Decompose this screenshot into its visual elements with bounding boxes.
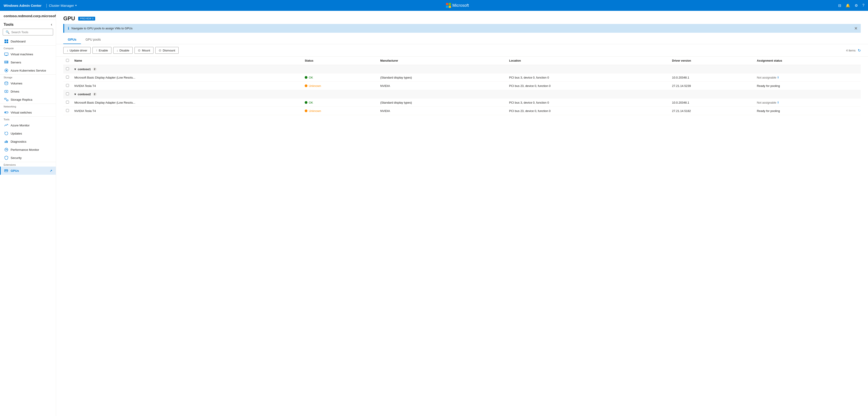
sidebar-item-security[interactable]: Security (0, 154, 56, 162)
assignment-info-icon[interactable]: ℹ (778, 76, 779, 79)
aks-icon (4, 68, 8, 72)
table-row[interactable]: NVIDIA Tesla T4 Unknown NVIDIA PCI bus 2… (63, 82, 861, 90)
sidebar-item-dashboard[interactable]: Dashboard (0, 37, 56, 45)
row-status: OK (302, 73, 377, 82)
select-all-header[interactable] (63, 57, 72, 65)
sidebar-item-updates[interactable]: Updates (0, 129, 56, 137)
updates-icon (4, 131, 8, 135)
sidebar-item-servers[interactable]: Servers (0, 58, 56, 66)
enable-button[interactable]: ↑ Enable (92, 47, 111, 54)
ms-logo-icon (446, 3, 451, 8)
status-text: OK (309, 76, 313, 79)
row-driver-version: 10.0.20348.1 (669, 98, 754, 107)
help-icon[interactable]: ? (862, 3, 864, 7)
dashboard-icon (4, 39, 8, 43)
table-group-row[interactable]: ▾ contoso1 2 (63, 65, 861, 73)
table-row[interactable]: Microsoft Basic Display Adapter (Low Res… (63, 73, 861, 82)
col-assignment-status: Assignment status (754, 57, 861, 65)
row-location: PCI bus 3, device 0, function 0 (506, 98, 669, 107)
select-all-checkbox[interactable] (66, 59, 69, 62)
table-row[interactable]: Microsoft Basic Display Adapter (Low Res… (63, 98, 861, 107)
sidebar-item-diagnostics[interactable]: Diagnostics (0, 137, 56, 146)
row-checkbox-cell[interactable] (63, 82, 72, 90)
group-checkbox[interactable] (66, 67, 69, 70)
svg-rect-30 (8, 170, 8, 171)
svg-rect-3 (449, 6, 451, 8)
assignment-info-icon[interactable]: ℹ (778, 101, 779, 104)
sidebar-item-label: Updates (11, 132, 22, 135)
row-checkbox[interactable] (66, 84, 69, 87)
group-checkbox[interactable] (66, 92, 69, 95)
search-icon: 🔍 (6, 30, 9, 34)
enable-icon: ↑ (96, 48, 97, 52)
row-checkbox-cell[interactable] (63, 107, 72, 115)
sidebar-item-label: Azure Kubernetes Service (11, 69, 46, 72)
sidebar-item-label: Performance Monitor (11, 148, 39, 151)
sidebar-item-virtual-switches[interactable]: Virtual switches (0, 108, 56, 116)
refresh-button[interactable]: ↻ (858, 48, 861, 53)
row-status: Unknown (302, 82, 377, 90)
sidebar-item-virtual-machines[interactable]: Virtual machines (0, 50, 56, 58)
minimize-icon[interactable]: ⊟ (838, 3, 841, 8)
row-driver-version: 10.0.20348.1 (669, 73, 754, 82)
dismount-label: Dismount (163, 49, 175, 52)
svg-point-13 (7, 63, 8, 63)
svg-rect-24 (6, 140, 6, 143)
assignment-status-text: Ready for pooling (757, 109, 780, 113)
row-checkbox[interactable] (66, 76, 69, 78)
sidebar-item-azure-monitor[interactable]: Azure Monitor (0, 121, 56, 129)
settings-icon[interactable]: ⚙ (855, 3, 858, 8)
group-row-checkbox-cell[interactable] (63, 65, 72, 73)
external-link-icon: ↗ (50, 169, 52, 172)
info-banner-text: Navigate to GPU pools to assign VMs to G… (71, 27, 132, 30)
group-row-checkbox-cell[interactable] (63, 90, 72, 98)
sidebar-item-label: Drives (11, 90, 19, 93)
sidebar-collapse-button[interactable]: ‹ (51, 22, 52, 27)
sidebar-item-drives[interactable]: Drives (0, 88, 56, 96)
section-label-compute: Compute (0, 45, 56, 50)
row-checkbox-cell[interactable] (63, 98, 72, 107)
search-input[interactable] (11, 31, 50, 34)
microsoft-logo: Microsoft (446, 3, 469, 8)
group-label-cell: ▾ contoso1 2 (72, 65, 861, 73)
dismount-button[interactable]: ⊙ Dismount (155, 47, 179, 54)
diagnostics-icon (4, 139, 8, 144)
table-group-row[interactable]: ▾ contoso2 2 (63, 90, 861, 98)
tab-gpus[interactable]: GPUs (63, 35, 81, 44)
item-count: 4 items ↻ (846, 48, 861, 53)
mount-button[interactable]: ⊙ Mount (134, 47, 153, 54)
disable-button[interactable]: ↓ Disable (113, 47, 133, 54)
svg-rect-28 (5, 170, 6, 171)
row-location: PCI bus 23, device 0, function 0 (506, 82, 669, 90)
search-box[interactable]: 🔍 (3, 29, 53, 35)
row-checkbox[interactable] (66, 101, 69, 104)
sidebar-item-gpus[interactable]: GPUs ↗ (0, 167, 56, 175)
virtual-switches-icon (4, 110, 8, 114)
svg-rect-6 (4, 41, 6, 43)
preview-info-icon[interactable]: ℹ (92, 17, 93, 20)
row-checkbox[interactable] (66, 109, 69, 112)
col-status: Status (302, 57, 377, 65)
group-chevron-icon: ▾ (74, 93, 76, 96)
sidebar-item-storage-replica[interactable]: Storage Replica (0, 96, 56, 104)
svg-rect-8 (4, 53, 8, 55)
sidebar-item-aks[interactable]: Azure Kubernetes Service (0, 66, 56, 74)
row-driver-version: 27.21.14.5239 (669, 82, 754, 90)
update-driver-button[interactable]: ↓ Update driver (63, 47, 91, 54)
row-driver-version: 27.21.14.5182 (669, 107, 754, 115)
row-checkbox-cell[interactable] (63, 73, 72, 82)
info-banner-close-button[interactable]: ✕ (854, 26, 858, 31)
cluster-manager-label[interactable]: Cluster Manager ▾ (49, 4, 76, 7)
info-banner: ℹ Navigate to GPU pools to assign VMs to… (63, 24, 861, 33)
sidebar-item-volumes[interactable]: Volumes (0, 79, 56, 88)
tab-gpu-pools[interactable]: GPU pools (81, 35, 105, 44)
row-manufacturer: NVIDIA (377, 107, 506, 115)
status-text: Unknown (309, 109, 321, 113)
table-row[interactable]: NVIDIA Tesla T4 Unknown NVIDIA PCI bus 2… (63, 107, 861, 115)
disable-label: Disable (120, 49, 129, 52)
sidebar-item-performance-monitor[interactable]: Performance Monitor (0, 146, 56, 154)
section-label-tools: Tools (0, 116, 56, 121)
notifications-icon[interactable]: 🔔 (846, 3, 850, 8)
svg-rect-25 (7, 141, 8, 143)
col-manufacturer: Manufacturer (377, 57, 506, 65)
